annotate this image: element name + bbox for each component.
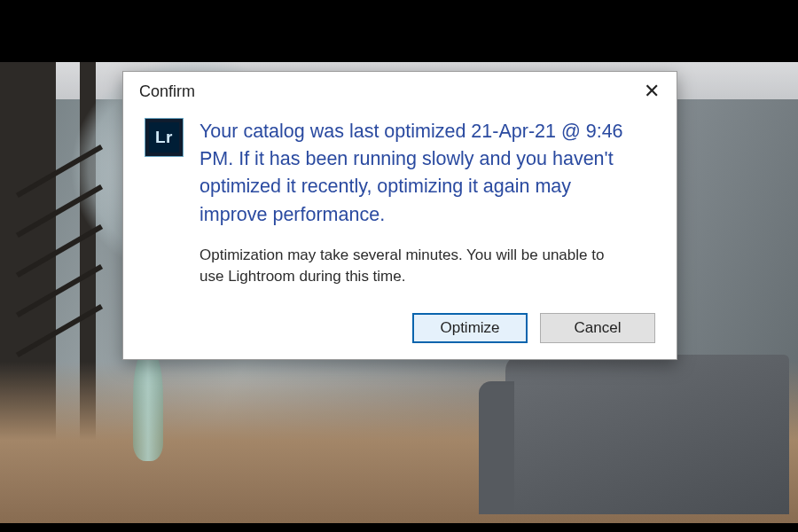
dialog-title: Confirm — [139, 82, 195, 101]
cancel-button[interactable]: Cancel — [540, 313, 655, 343]
lightroom-icon-label: Lr — [149, 122, 179, 153]
screen: Confirm ✕ Lr Your catalog was last optim… — [0, 0, 798, 532]
dialog-message-sub: Optimization may take several minutes. Y… — [200, 245, 625, 288]
background-detail — [133, 355, 163, 461]
dialog-message-area: Your catalog was last optimized 21-Apr-2… — [200, 118, 625, 288]
lightroom-icon: Lr — [145, 118, 184, 157]
dialog-button-row: Optimize Cancel — [123, 293, 677, 359]
dialog-body: Lr Your catalog was last optimized 21-Ap… — [123, 107, 677, 293]
dialog-titlebar: Confirm ✕ — [123, 72, 677, 107]
background-detail — [16, 304, 103, 357]
optimize-button[interactable]: Optimize — [412, 313, 528, 343]
confirm-dialog: Confirm ✕ Lr Your catalog was last optim… — [122, 71, 677, 360]
dialog-message-main: Your catalog was last optimized 21-Apr-2… — [200, 118, 625, 229]
background-detail — [505, 355, 789, 514]
close-icon[interactable]: ✕ — [639, 79, 664, 104]
